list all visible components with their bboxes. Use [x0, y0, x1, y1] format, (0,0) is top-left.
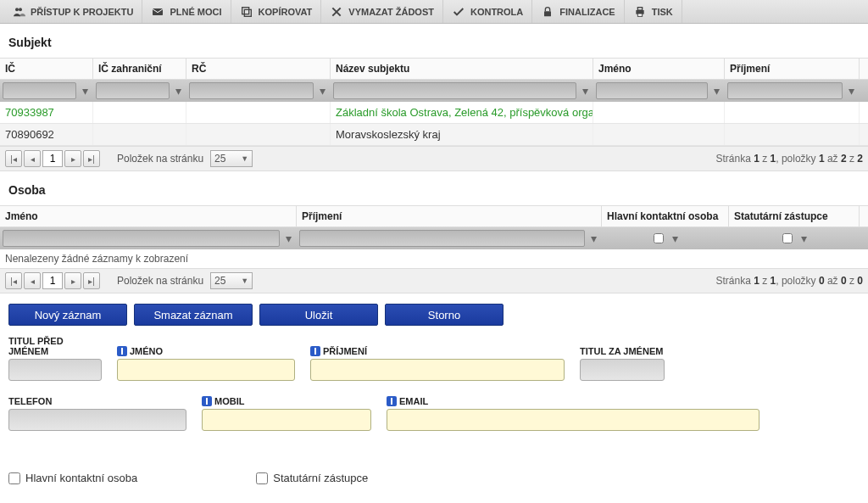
checkbox-hlavni-input[interactable] [8, 472, 20, 484]
filter-icon[interactable]: ▾ [316, 82, 328, 99]
filter-jmeno[interactable] [596, 82, 708, 99]
cell-iczah [93, 124, 186, 145]
pager-first-button[interactable]: |◂ [5, 150, 22, 167]
filter-person-statut-checkbox[interactable] [782, 233, 793, 243]
cancel-button[interactable]: Storno [385, 304, 504, 326]
pager-status: Stránka 1 z 1, položky 0 až 0 z 0 [715, 275, 863, 287]
save-button[interactable]: Uložit [259, 304, 378, 326]
svg-point-1 [19, 8, 22, 11]
cell-nazev: Moravskoslezský kraj [331, 124, 593, 145]
input-prijmeni[interactable] [310, 359, 565, 381]
col-ic[interactable]: IČ [0, 59, 93, 79]
checkbox-statutarni-zastupce[interactable]: Statutární zástupce [256, 472, 368, 484]
filter-prijmeni[interactable] [727, 82, 843, 99]
pager-next-button[interactable]: ▸ [64, 272, 81, 289]
col-person-jmeno[interactable]: Jméno [0, 206, 297, 226]
filter-person-hlavni-checkbox[interactable] [654, 233, 664, 243]
filter-icon[interactable]: ▾ [798, 230, 810, 247]
filter-nazev[interactable] [333, 82, 576, 99]
pager-prev-button[interactable]: ◂ [24, 150, 41, 167]
col-jmeno[interactable]: Jméno [593, 59, 725, 79]
toolbar-kontrola[interactable]: KONTROLA [443, 0, 532, 23]
person-filter-row: ▾ ▾ ▾ ▾ [0, 227, 868, 249]
table-row[interactable]: 70933987Základní škola Ostrava, Zelená 4… [0, 102, 868, 124]
pager-per-page-select[interactable]: 25▼ [210, 150, 253, 167]
toolbar-pristup-k-projektu[interactable]: PŘÍSTUP K PROJEKTU [3, 0, 142, 23]
filter-rc[interactable] [189, 82, 314, 99]
toolbar-kopirovat[interactable]: KOPÍROVAT [231, 0, 322, 23]
filter-icon[interactable]: ▾ [710, 82, 722, 99]
copy-icon [240, 5, 253, 19]
toolbar-finalizace[interactable]: FINALIZACE [532, 0, 624, 23]
checkbox-hlavni-kontaktni[interactable]: Hlavní kontaktní osoba [8, 472, 137, 484]
required-icon [310, 346, 320, 356]
toolbar-plne-moci[interactable]: PLNÉ MOCI [142, 0, 231, 23]
col-rc[interactable]: RČ [186, 59, 331, 79]
svg-rect-2 [153, 8, 163, 15]
filter-icon[interactable]: ▾ [670, 230, 682, 247]
required-icon [387, 396, 397, 406]
filter-icon[interactable]: ▾ [579, 82, 591, 99]
cell-ic: 70890692 [0, 124, 93, 145]
cell-jmeno [593, 102, 725, 123]
filter-icon[interactable]: ▾ [79, 82, 91, 99]
col-nazev[interactable]: Název subjektu [331, 59, 593, 79]
svg-rect-8 [637, 14, 642, 16]
table-row[interactable]: 70890692Moravskoslezský kraj [0, 124, 868, 146]
pager-per-page-select[interactable]: 25▼ [210, 272, 253, 289]
filter-icon[interactable]: ▾ [587, 230, 599, 247]
cell-ic: 70933987 [0, 102, 93, 123]
input-email[interactable] [387, 409, 760, 431]
col-person-hlavni[interactable]: Hlavní kontaktní osoba [602, 206, 729, 226]
cell-iczah [93, 102, 186, 123]
pager-page-input[interactable] [42, 150, 63, 167]
cell-rc [186, 124, 331, 145]
person-section-title: Osoba [0, 171, 868, 205]
subject-grid: IČ IČ zahraniční RČ Název subjektu Jméno… [0, 58, 868, 171]
pager-prev-button[interactable]: ◂ [24, 272, 41, 289]
col-person-prijmeni[interactable]: Příjmení [297, 206, 602, 226]
filter-iczah[interactable] [96, 82, 170, 99]
input-jmeno[interactable] [117, 359, 295, 381]
pager-next-button[interactable]: ▸ [64, 150, 81, 167]
required-icon [202, 396, 212, 406]
input-telefon[interactable] [8, 409, 186, 431]
pager-page-input[interactable] [42, 272, 63, 289]
pager-first-button[interactable]: |◂ [5, 272, 22, 289]
cell-jmeno [593, 124, 725, 145]
input-titul-za[interactable] [580, 359, 665, 381]
filter-icon[interactable]: ▾ [172, 82, 184, 99]
col-person-statut[interactable]: Statutární zástupce [729, 206, 860, 226]
label-telefon: TELEFON [8, 396, 186, 406]
pager-items-label: Položek na stránku [117, 275, 203, 287]
cell-rc [186, 102, 331, 123]
input-titul-pred[interactable] [8, 359, 102, 381]
new-record-button[interactable]: Nový záznam [8, 304, 127, 326]
filter-icon[interactable]: ▾ [845, 82, 857, 99]
input-mobil[interactable] [202, 409, 371, 431]
pager-last-button[interactable]: ▸| [83, 272, 100, 289]
print-icon [633, 5, 647, 19]
pager-items-label: Položek na stránku [117, 153, 203, 165]
delete-record-button[interactable]: Smazat záznam [134, 304, 253, 326]
svg-rect-7 [637, 7, 642, 9]
svg-rect-3 [244, 9, 251, 16]
toolbar-tisk[interactable]: TISK [625, 0, 682, 23]
svg-rect-5 [544, 11, 551, 16]
cell-prijmeni [725, 124, 860, 145]
filter-ic[interactable] [3, 82, 76, 99]
filter-icon[interactable]: ▾ [282, 230, 294, 247]
pager-last-button[interactable]: ▸| [83, 150, 100, 167]
col-prijmeni[interactable]: Příjmení [725, 59, 860, 79]
toolbar-vymazat-zadost[interactable]: VYMAZAT ŽÁDOST [321, 0, 443, 23]
person-grid-header: Jméno Příjmení Hlavní kontaktní osoba St… [0, 205, 868, 227]
col-ic-zahranicni[interactable]: IČ zahraniční [93, 59, 186, 79]
svg-rect-4 [242, 7, 248, 14]
filter-person-prijmeni[interactable] [299, 230, 585, 247]
top-toolbar: PŘÍSTUP K PROJEKTUPLNÉ MOCIKOPÍROVATVYMA… [0, 0, 868, 24]
person-grid: Jméno Příjmení Hlavní kontaktní osoba St… [0, 205, 868, 293]
filter-person-jmeno[interactable] [3, 230, 280, 247]
person-empty-text: Nenalezeny žádné záznamy k zobrazení [0, 249, 868, 268]
label-email: EMAIL [387, 396, 760, 406]
checkbox-statut-input[interactable] [256, 472, 268, 484]
